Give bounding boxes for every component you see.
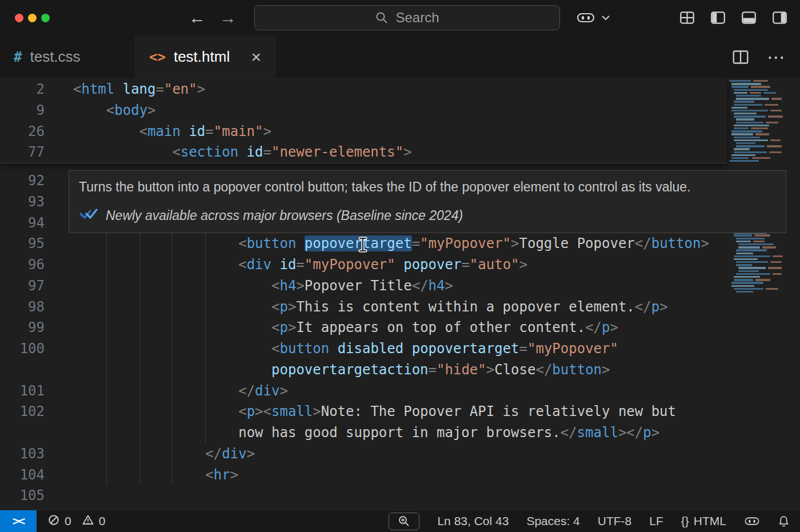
minimap[interactable] — [727, 79, 800, 510]
line-content[interactable]: <button popovertarget="myPopover">Toggle… — [45, 233, 709, 254]
line-number[interactable]: 97 — [0, 275, 45, 297]
toggle-panel-icon[interactable] — [741, 10, 757, 26]
line-number[interactable]: 96 — [0, 254, 45, 275]
line-number[interactable] — [0, 359, 45, 381]
title-bar: ← → Search — [0, 0, 800, 35]
split-editor-icon[interactable] — [733, 50, 749, 65]
line-number[interactable]: 99 — [0, 317, 45, 338]
line-content[interactable]: <button disabled popovertarget="myPopove… — [45, 338, 618, 359]
code-line[interactable]: 77<section id="newer-elements"> — [0, 142, 727, 163]
line-content[interactable]: <section id="newer-elements"> — [45, 142, 412, 163]
line-number[interactable]: 104 — [0, 465, 45, 486]
encoding-status[interactable]: UTF-8 — [598, 514, 632, 528]
code-line[interactable]: 104<hr> — [0, 465, 727, 486]
line-number[interactable]: 77 — [0, 142, 45, 163]
line-content[interactable]: popovertargetaction="hide">Close</button… — [45, 359, 610, 381]
back-button[interactable]: ← — [189, 9, 206, 26]
minimize-window-button[interactable] — [28, 14, 37, 22]
code-line[interactable]: 105 — [0, 485, 727, 506]
baseline-icon — [79, 207, 98, 223]
code-line[interactable]: 26<main id="main"> — [0, 121, 727, 142]
code-line[interactable]: 99<p>It appears on top of other content.… — [0, 317, 727, 338]
language-label: HTML — [694, 514, 726, 528]
tooltip-description: Turns the button into a popover control … — [79, 178, 776, 195]
line-content[interactable]: <html lang="en"> — [45, 79, 205, 100]
line-number[interactable] — [0, 422, 45, 443]
error-icon — [48, 514, 59, 529]
code-line[interactable]: now has good support in major browsers.<… — [0, 422, 727, 443]
line-number[interactable]: 105 — [0, 485, 45, 506]
tab-label: test.css — [30, 48, 80, 66]
line-content[interactable]: <p>This is content within a popover elem… — [45, 297, 668, 318]
code-line[interactable]: 9<body> — [0, 100, 727, 121]
line-content[interactable] — [45, 485, 73, 506]
hover-tooltip: Turns the button into a popover control … — [69, 170, 786, 233]
tab-bar: # test.css <> test.html × — [0, 35, 800, 79]
line-content[interactable]: now has good support in major browsers.<… — [45, 422, 659, 443]
line-number[interactable]: 92 — [0, 170, 45, 191]
line-content[interactable]: <p>It appears on top of other content.</… — [45, 317, 618, 338]
line-number[interactable]: 95 — [0, 233, 45, 254]
html-file-icon: <> — [149, 49, 166, 65]
line-number[interactable]: 94 — [0, 213, 45, 234]
search-input[interactable]: Search — [254, 5, 560, 30]
tab-test-html[interactable]: <> test.html × — [135, 35, 275, 78]
code-line[interactable]: 102<p><small>Note: The Popover API is re… — [0, 401, 727, 422]
code-line[interactable]: 97<h4>Popover Title</h4> — [0, 275, 727, 297]
maximize-window-button[interactable] — [41, 14, 50, 22]
language-mode-status[interactable]: {} HTML — [681, 514, 726, 528]
line-content[interactable]: <hr> — [45, 465, 238, 486]
error-count: 0 — [65, 514, 71, 528]
status-bar: >< 0 0 Ln 83, Col 43 Spaces: 4 UTF-8 LF … — [0, 510, 800, 532]
zoom-indicator-button[interactable] — [389, 513, 419, 530]
sticky-scroll[interactable]: 2<html lang="en">9<body>26<main id="main… — [0, 79, 727, 163]
line-content[interactable]: <body> — [45, 100, 156, 121]
code-line[interactable]: 98<p>This is content within a popover el… — [0, 297, 727, 318]
copilot-icon[interactable] — [576, 11, 595, 25]
line-number[interactable]: 98 — [0, 297, 45, 318]
code-line[interactable]: 2<html lang="en"> — [0, 79, 727, 100]
line-content[interactable]: <div id="myPopover" popover="auto"> — [45, 254, 527, 275]
code-line[interactable]: 101</div> — [0, 381, 727, 402]
close-window-button[interactable] — [15, 14, 23, 22]
vscode-window: ← → Search — [0, 0, 800, 532]
more-actions-icon[interactable]: ⋯ — [767, 48, 786, 66]
code-line[interactable]: 100<button disabled popovertarget="myPop… — [0, 338, 727, 359]
line-content[interactable]: </div> — [45, 381, 288, 402]
line-number[interactable]: 100 — [0, 338, 45, 359]
remote-indicator[interactable]: >< — [0, 510, 37, 532]
cursor-position-status[interactable]: Ln 83, Col 43 — [437, 514, 509, 528]
close-tab-icon[interactable]: × — [251, 49, 261, 66]
problems-status[interactable]: 0 0 — [48, 514, 111, 529]
chevron-down-icon[interactable] — [601, 14, 610, 21]
braces-icon: {} — [681, 514, 689, 528]
code-line[interactable]: 103</div> — [0, 443, 727, 465]
eol-status[interactable]: LF — [649, 514, 663, 528]
line-number[interactable]: 101 — [0, 381, 45, 402]
search-placeholder: Search — [395, 10, 439, 26]
warning-count: 0 — [99, 514, 106, 528]
customize-layout-icon[interactable] — [679, 10, 695, 26]
minimap-code-block — [727, 80, 800, 163]
line-content[interactable]: <h4>Popover Title</h4> — [45, 275, 453, 297]
line-number[interactable]: 93 — [0, 191, 45, 213]
line-number[interactable]: 102 — [0, 401, 45, 422]
toggle-sidebar-left-icon[interactable] — [710, 10, 726, 26]
notifications-bell-icon[interactable] — [778, 515, 790, 527]
traffic-lights — [15, 14, 50, 22]
copilot-status-icon[interactable] — [744, 515, 760, 527]
code-line[interactable]: popovertargetaction="hide">Close</button… — [0, 359, 727, 381]
forward-button[interactable]: → — [219, 9, 237, 26]
editor-area[interactable]: 92939495<button popovertarget="myPopover… — [0, 79, 800, 510]
tab-test-css[interactable]: # test.css — [0, 35, 135, 78]
line-content[interactable]: </div> — [45, 443, 255, 465]
indentation-status[interactable]: Spaces: 4 — [526, 514, 579, 528]
line-number[interactable]: 2 — [0, 79, 45, 100]
line-number[interactable]: 9 — [0, 100, 45, 121]
line-number[interactable]: 26 — [0, 121, 45, 142]
line-content[interactable]: <p><small>Note: The Popover API is relat… — [45, 401, 676, 422]
line-number[interactable]: 103 — [0, 443, 45, 465]
toggle-sidebar-right-icon[interactable] — [772, 10, 787, 26]
line-content[interactable]: <main id="main"> — [45, 121, 271, 142]
code-line[interactable]: 96<div id="myPopover" popover="auto"> — [0, 254, 727, 275]
